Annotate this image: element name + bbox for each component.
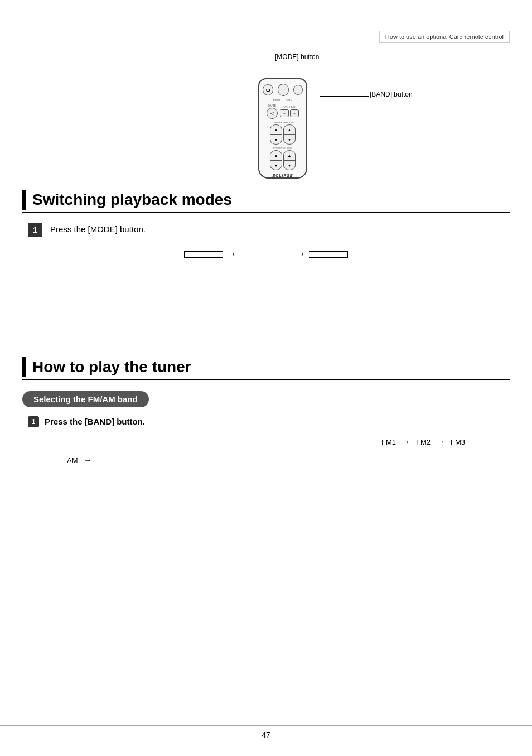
remote-preset-up: ▲ <box>270 150 282 160</box>
top-divider <box>22 45 510 45</box>
remote-logo: ECLIPSE <box>273 174 293 177</box>
band-label-line <box>320 96 369 97</box>
flow-fm1: FM1 <box>381 436 396 449</box>
flow-fm3: FM3 <box>451 436 465 449</box>
section-switching: Switching playback modes 1 Press the [MO… <box>22 190 510 266</box>
remote-tune-down: ▼ <box>270 134 282 145</box>
page-number: 47 <box>262 730 270 739</box>
flow-diagram-switching: → → <box>22 248 510 260</box>
arrow-2: → <box>436 434 445 450</box>
flow-am: AM <box>67 454 78 467</box>
fmam-step-1-row: 1 Press the [BAND] button. <box>22 416 510 427</box>
step-1-text: Press the [MODE] button. <box>50 223 146 234</box>
fmam-step-1-badge: 1 <box>28 416 39 427</box>
flow-box-1 <box>184 251 223 258</box>
remote-control-body: ⏻ PWR AME MUTE ◁ <box>258 78 307 179</box>
remote-top-label: PWR AME <box>273 98 292 102</box>
band-button-label: [BAND] button <box>370 90 413 98</box>
flow-arrow-2: → <box>296 248 306 260</box>
remote-dsc-down: ▼ <box>283 160 296 170</box>
section-accent-bar <box>22 190 26 210</box>
page-footer: 47 <box>0 725 532 739</box>
remote-mid-row: MUTE ◁ VOLUME − + <box>263 104 303 119</box>
section-tuner-title: How to play the tuner <box>32 358 191 376</box>
remote-power-button: ⏻ <box>263 84 273 95</box>
remote-band-button <box>293 85 303 95</box>
fmam-step-1-text: Press the [BAND] button. <box>45 416 145 426</box>
remote-tune-up: ▲ <box>270 124 282 134</box>
arrow-3: → <box>84 452 93 469</box>
flow-arrow-1: → <box>226 248 236 260</box>
remote-tune-row: TUNE/SEK TRACK UP ▲ ▼ ▲ ▼ <box>263 121 303 145</box>
arrow-1: → <box>402 434 410 450</box>
remote-dsc-up: ▲ <box>283 150 296 160</box>
remote-mute-button: ◁ <box>267 108 278 119</box>
page-container: How to use an optional Card remote contr… <box>0 0 532 756</box>
flow-box-2 <box>309 251 348 258</box>
remote-top-buttons: ⏻ <box>263 84 303 96</box>
remote-vol-down: − <box>280 109 289 117</box>
section-title-bar-tuner: How to play the tuner <box>22 357 510 380</box>
remote-preset-down: ▼ <box>270 160 282 170</box>
step-1-row: 1 Press the [MODE] button. <box>22 223 510 237</box>
section-tuner: How to play the tuner Selecting the FM/A… <box>22 357 510 469</box>
band-flow-description: FM1 → FM2 → FM3 AM → <box>45 434 510 469</box>
remote-diagram-wrapper: [MODE] button [BAND] button ⏻ <box>258 78 307 179</box>
remote-track-down: ▼ <box>283 134 296 145</box>
section-switching-title: Switching playback modes <box>32 191 232 209</box>
section-title-bar-switching: Switching playback modes <box>22 190 510 213</box>
section-accent-bar-tuner <box>22 357 26 377</box>
remote-preset-row: PRESET DN DSC ▲ ▼ ▲ ▼ <box>263 147 303 170</box>
mode-button-label: [MODE] button <box>275 53 319 61</box>
remote-track-up: ▲ <box>283 124 296 134</box>
flow-line <box>241 254 291 254</box>
subsection-fmam-badge: Selecting the FM/AM band <box>22 391 149 407</box>
subsection-fmam: Selecting the FM/AM band 1 Press the [BA… <box>22 391 510 469</box>
remote-diagram-area: [MODE] button [BAND] button ⏻ <box>22 50 510 179</box>
step-1-badge: 1 <box>28 223 42 237</box>
breadcrumb: How to use an optional Card remote contr… <box>379 31 510 43</box>
remote-vol-up: + <box>290 109 299 117</box>
remote-mode-button <box>278 84 289 96</box>
flow-fm2: FM2 <box>416 436 431 449</box>
